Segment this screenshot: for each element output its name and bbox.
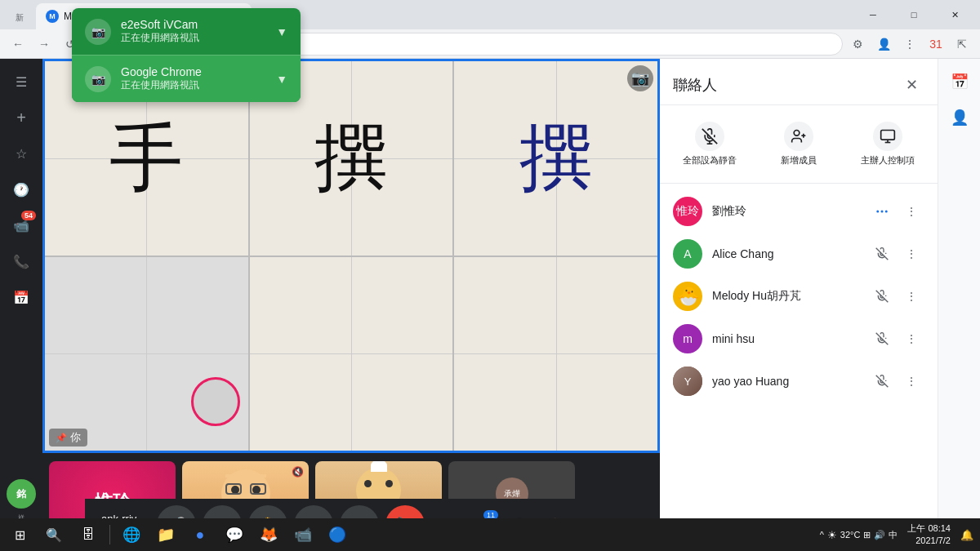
- mini-mute-icon: [869, 326, 895, 352]
- tab-favicon: M: [46, 10, 59, 23]
- task-view-button[interactable]: 🗄: [72, 518, 105, 551]
- notif-arrow-2: ▼: [276, 73, 287, 86]
- name-alice-chang: Alice Chang: [712, 247, 859, 260]
- mini-dots-btn[interactable]: ⋮: [898, 326, 924, 352]
- sidebar-menu-button[interactable]: ☰: [5, 65, 38, 98]
- rs-calendar-icon[interactable]: 📅: [943, 65, 976, 98]
- main-video-name: 你: [70, 430, 81, 445]
- taskbar-notifications[interactable]: 🔔: [960, 529, 973, 541]
- svg-point-9: [881, 211, 884, 213]
- alice-dots-btn[interactable]: ⋮: [898, 241, 924, 267]
- notif-arrow-1: ▼: [276, 25, 287, 38]
- camera-notif-icon-1: 📷: [85, 19, 111, 45]
- maximize-button[interactable]: □: [895, 2, 933, 28]
- calendar-button[interactable]: 31: [924, 33, 947, 56]
- pin-icon: 📌: [56, 433, 67, 443]
- thumb-2-mute-icon: 🔇: [292, 466, 304, 478]
- taskbar-temperature: 32°C: [840, 530, 861, 540]
- panel-actions: 全部設為靜音 新增成員: [660, 105, 938, 184]
- camera-notif-text-2: Google Chrome 正在使用網路視訊: [121, 65, 202, 92]
- taskbar-network-icon: ⊞: [863, 530, 871, 540]
- actions-melody-hu: ⋮: [869, 283, 924, 309]
- actions-mini-hsu: ⋮: [869, 326, 924, 352]
- sidebar-recent-button[interactable]: 🕐: [5, 173, 38, 206]
- calligraphy-grid: 手 撰 撰: [42, 59, 660, 453]
- host-controls-action[interactable]: 主辦人控制項: [845, 115, 931, 173]
- yao-dots-btn[interactable]: ⋮: [898, 368, 924, 394]
- participant-liu-weiling[interactable]: 惟玲 劉惟玲 ⋮: [660, 190, 938, 233]
- sidebar-camera-button[interactable]: 📹 54: [5, 209, 38, 242]
- taskbar-expand[interactable]: ^: [820, 530, 824, 540]
- taskbar-app-extra[interactable]: 🔵: [321, 518, 354, 551]
- minimize-button[interactable]: ─: [854, 2, 892, 28]
- sidebar-phone-button[interactable]: 📞: [5, 245, 38, 278]
- rs-people-icon[interactable]: 👤: [943, 101, 976, 134]
- user-avatar[interactable]: 銘: [7, 479, 36, 509]
- fullscreen-button[interactable]: ⇱: [951, 33, 973, 56]
- main-content: ☰ + ☆ 🕐 📹 54 📞 📅 銘 祥 時延 手: [0, 59, 980, 551]
- svg-rect-6: [881, 131, 895, 140]
- participant-mini-hsu[interactable]: m mini hsu ⋮: [660, 318, 938, 360]
- participant-melody-hu[interactable]: 🐣 Melody Hu胡丹芃 ⋮: [660, 275, 938, 318]
- mute-all-icon: [695, 122, 724, 151]
- add-member-icon: [784, 122, 813, 151]
- actions-liu-weiling: ⋮: [869, 198, 924, 224]
- sidebar-calendar-button[interactable]: 📅: [5, 281, 38, 313]
- cal-cell-3: 撰: [453, 60, 658, 256]
- panel-close-button[interactable]: ✕: [898, 72, 924, 98]
- camera-notif-icon-2: 📷: [85, 66, 111, 92]
- camera-toggle-icon[interactable]: 📷: [627, 65, 653, 91]
- taskbar-right: ^ ☀ 32°C ⊞ 🔊 中 上午 08:14 2021/7/2 🔔: [820, 522, 977, 548]
- taskbar-chrome[interactable]: ●: [184, 518, 216, 551]
- participant-yao-yao[interactable]: Y yao yao Huang ⋮: [660, 360, 938, 402]
- name-mini-hsu: mini hsu: [712, 332, 859, 345]
- mute-all-label: 全部設為靜音: [683, 154, 737, 167]
- panel-title: 聯絡人: [673, 75, 898, 95]
- taskbar-explorer[interactable]: 📁: [149, 518, 182, 551]
- add-member-action[interactable]: 新增成員: [755, 115, 841, 173]
- mute-all-action[interactable]: 全部設為靜音: [666, 115, 752, 173]
- taskbar-volume-icon[interactable]: 🔊: [874, 530, 885, 540]
- name-liu-weiling: 劉惟玲: [712, 204, 859, 219]
- forward-button[interactable]: →: [33, 33, 56, 56]
- more-button[interactable]: ⋮: [898, 33, 921, 56]
- host-controls-icon: [873, 122, 902, 151]
- sidebar-starred-button[interactable]: ☆: [5, 137, 38, 170]
- profile-button[interactable]: 👤: [872, 33, 895, 56]
- actions-alice-chang: ⋮: [869, 241, 924, 267]
- add-member-label: 新增成員: [781, 154, 817, 167]
- taskbar-line[interactable]: 💬: [218, 518, 251, 551]
- taskbar-lang[interactable]: 中: [889, 529, 898, 541]
- sidebar-add-button[interactable]: +: [5, 101, 38, 134]
- camera-notif-sub-1: 正在使用網路視訊: [121, 31, 199, 45]
- cal-cell-5: [249, 256, 454, 452]
- extensions-button[interactable]: ⚙: [846, 33, 869, 56]
- name-yao-yao: yao yao Huang: [712, 375, 859, 388]
- cal-char-2: 撰: [314, 109, 388, 208]
- participants-panel: 聯絡人 ✕ 全部設為靜音: [660, 59, 938, 551]
- new-tab-icon[interactable]: 新: [16, 12, 24, 24]
- more-avatar-text: 承燁: [504, 488, 520, 500]
- window-controls: ─ □ ✕: [854, 2, 973, 28]
- taskbar-edge[interactable]: 🌐: [115, 518, 148, 551]
- camera-notif-item-1[interactable]: 📷 e2eSoft iVCam 正在使用網路視訊 ▼: [72, 8, 301, 55]
- taskbar-meet[interactable]: 📹: [287, 518, 319, 551]
- close-button[interactable]: ✕: [936, 2, 973, 28]
- taskbar-firefox[interactable]: 🦊: [252, 518, 285, 551]
- cal-cell-6: [453, 256, 658, 452]
- camera-notif-item-2[interactable]: 📷 Google Chrome 正在使用網路視訊 ▼: [72, 55, 301, 102]
- camera-notif-app-2: Google Chrome: [121, 65, 202, 78]
- taskbar-weather-icon: ☀: [827, 529, 837, 541]
- search-button[interactable]: 🔍: [38, 518, 70, 551]
- alice-mute-icon: [869, 241, 895, 267]
- camera-badge: 54: [21, 211, 36, 220]
- liu-weiling-more-btn[interactable]: [869, 198, 895, 224]
- liu-weiling-dots-btn[interactable]: ⋮: [898, 198, 924, 224]
- yao-mute-icon: [869, 368, 895, 394]
- participant-alice-chang[interactable]: A Alice Chang ⋮: [660, 233, 938, 275]
- start-button[interactable]: ⊞: [3, 518, 36, 551]
- avatar-alice-chang: A: [673, 239, 702, 269]
- melody-dots-btn[interactable]: ⋮: [898, 283, 924, 309]
- back-button[interactable]: ←: [7, 33, 29, 56]
- avatar-liu-weiling: 惟玲: [673, 197, 702, 226]
